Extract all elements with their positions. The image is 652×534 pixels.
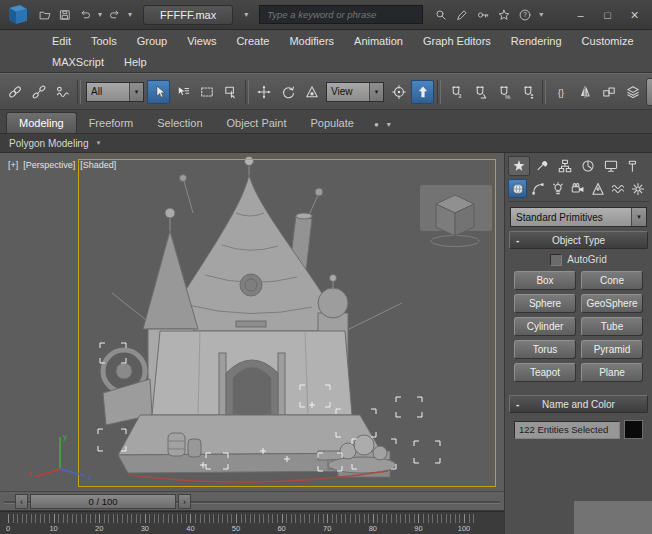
shapes-category[interactable]: [528, 179, 547, 198]
app-logo-icon[interactable]: [4, 3, 31, 27]
workspace-caret-icon[interactable]: ▾: [241, 10, 251, 19]
ribbon-tab-populate[interactable]: Populate: [298, 113, 365, 133]
polygon-modeling-panel[interactable]: Polygon Modeling: [9, 138, 89, 149]
angle-snap-toggle-button[interactable]: [468, 80, 491, 104]
teapot-button[interactable]: Teapot: [514, 363, 576, 382]
utilities-tab[interactable]: [623, 156, 645, 176]
rectangular-selection-region-button[interactable]: [195, 80, 218, 104]
box-button[interactable]: Box: [514, 271, 576, 290]
systems-category[interactable]: [628, 179, 647, 198]
ribbon-tab-object-paint[interactable]: Object Paint: [215, 113, 299, 133]
menu-modifiers[interactable]: Modifiers: [279, 33, 344, 49]
use-pivot-point-center-button[interactable]: [387, 80, 410, 104]
hierarchy-tab[interactable]: [554, 156, 576, 176]
selection-filter-dropdown[interactable]: All▾: [86, 82, 144, 102]
create-tab[interactable]: [508, 156, 530, 176]
mirror-button[interactable]: [573, 80, 596, 104]
display-tab[interactable]: [600, 156, 622, 176]
name-and-color-rollout-header[interactable]: - Name and Color: [509, 395, 648, 413]
lights-category[interactable]: [548, 179, 567, 198]
snap-toggle-3d-button[interactable]: 3: [444, 80, 467, 104]
viewport-shading-menu[interactable]: [Shaded]: [80, 160, 116, 170]
unlink-selection-button[interactable]: [27, 80, 50, 104]
geometry-category[interactable]: [508, 179, 527, 198]
spinner-snap-toggle-button[interactable]: [516, 80, 539, 104]
help-caret-icon[interactable]: ▾: [536, 10, 546, 19]
key-button[interactable]: [473, 5, 493, 25]
motion-tab[interactable]: [577, 156, 599, 176]
menu-customize[interactable]: Customize: [572, 33, 644, 49]
find-button[interactable]: [431, 5, 451, 25]
select-and-move-button[interactable]: [252, 80, 275, 104]
bind-to-space-warp-button[interactable]: [51, 80, 74, 104]
panel-caret-icon[interactable]: ▾: [94, 139, 104, 147]
undo-caret-icon[interactable]: ▾: [95, 10, 105, 19]
named-selection-sets-button[interactable]: {}: [549, 80, 572, 104]
cone-button[interactable]: Cone: [581, 271, 643, 290]
object-name-field[interactable]: 122 Entities Selected: [514, 421, 620, 439]
menu-rendering[interactable]: Rendering: [501, 33, 572, 49]
primitives-dropdown[interactable]: Standard Primitives ▾: [510, 207, 647, 227]
select-by-name-button[interactable]: [171, 80, 194, 104]
torus-button[interactable]: Torus: [514, 340, 576, 359]
ribbon-collapse-icon[interactable]: ▾: [387, 120, 391, 129]
select-and-place-button[interactable]: [411, 80, 434, 104]
help-button[interactable]: ?: [515, 5, 535, 25]
select-and-link-button[interactable]: [3, 80, 26, 104]
close-button[interactable]: ×: [621, 4, 648, 25]
plane-button[interactable]: Plane: [581, 363, 643, 382]
select-and-scale-button[interactable]: [300, 80, 323, 104]
menu-create[interactable]: Create: [226, 33, 279, 49]
cylinder-button[interactable]: Cylinder: [514, 317, 576, 336]
undo-button[interactable]: [75, 5, 95, 25]
save-file-button[interactable]: [55, 5, 75, 25]
helpers-category[interactable]: [588, 179, 607, 198]
select-object-button[interactable]: [147, 80, 170, 104]
next-frame-button[interactable]: ›: [178, 494, 191, 509]
menu-graph-editors[interactable]: Graph Editors: [413, 33, 501, 49]
autogrid-checkbox[interactable]: [550, 254, 562, 266]
geosphere-button[interactable]: GeoSphere: [581, 294, 643, 313]
toggle-layer-explorer-button[interactable]: [621, 80, 644, 104]
redo-caret-icon[interactable]: ▾: [125, 10, 135, 19]
menu-group[interactable]: Group: [127, 33, 178, 49]
tube-button[interactable]: Tube: [581, 317, 643, 336]
cameras-category[interactable]: [568, 179, 587, 198]
sphere-button[interactable]: Sphere: [514, 294, 576, 313]
viewcube[interactable]: [426, 189, 484, 249]
viewport-plus-menu[interactable]: [+]: [8, 160, 18, 170]
minimize-button[interactable]: –: [567, 4, 594, 25]
ribbon-tab-modeling[interactable]: Modeling: [6, 112, 77, 133]
align-button[interactable]: [597, 80, 620, 104]
open-file-button[interactable]: [35, 5, 55, 25]
track-bar[interactable]: 0102030405060708090100: [0, 511, 504, 534]
menu-tools[interactable]: Tools: [81, 33, 127, 49]
menu-help[interactable]: Help: [114, 54, 157, 70]
previous-frame-button[interactable]: ‹: [15, 494, 28, 509]
object-color-swatch[interactable]: [624, 420, 643, 439]
menu-animation[interactable]: Animation: [344, 33, 413, 49]
ribbon-tab-selection[interactable]: Selection: [145, 113, 214, 133]
create-ribbon-button[interactable]: Crea: [646, 78, 652, 106]
window-crossing-toggle-button[interactable]: [219, 80, 242, 104]
ribbon-tab-freeform[interactable]: Freeform: [77, 113, 146, 133]
reference-coordinate-system-dropdown[interactable]: View▾: [326, 82, 384, 102]
time-slider-handle[interactable]: 0 / 100: [30, 494, 176, 509]
ribbon-config-icon[interactable]: ●: [374, 120, 379, 129]
favorites-star-button[interactable]: [494, 5, 514, 25]
menu-maxscript[interactable]: MAXScript: [42, 54, 114, 70]
maximize-button[interactable]: □: [594, 4, 621, 25]
space-warps-category[interactable]: [608, 179, 627, 198]
percent-snap-toggle-button[interactable]: %: [492, 80, 515, 104]
object-type-rollout-header[interactable]: - Object Type: [509, 231, 648, 249]
menu-edit[interactable]: Edit: [42, 33, 81, 49]
select-and-rotate-button[interactable]: [276, 80, 299, 104]
modify-tab[interactable]: [531, 156, 553, 176]
redo-button[interactable]: [105, 5, 125, 25]
viewport-pov-menu[interactable]: [Perspective]: [23, 160, 75, 170]
pen-button[interactable]: [452, 5, 472, 25]
perspective-viewport[interactable]: [+] [Perspective] [Shaded] x: [0, 153, 504, 491]
pyramid-button[interactable]: Pyramid: [581, 340, 643, 359]
search-input[interactable]: [265, 8, 417, 21]
menu-views[interactable]: Views: [177, 33, 226, 49]
